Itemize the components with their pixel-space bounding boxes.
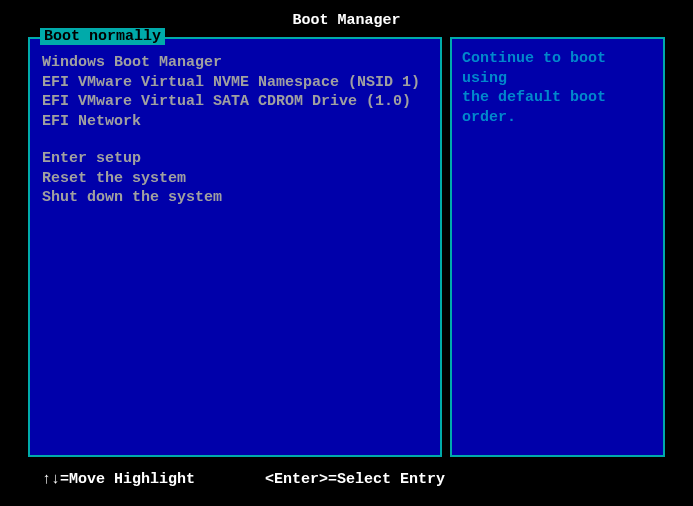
help-text: Continue to boot using the default boot … [462, 49, 653, 127]
boot-item-network[interactable]: EFI Network [42, 112, 428, 132]
action-shutdown-system[interactable]: Shut down the system [42, 188, 428, 208]
main-container: Boot normally Windows Boot Manager EFI V… [0, 37, 693, 457]
hint-select-entry: <Enter>=Select Entry [265, 471, 445, 488]
action-enter-setup[interactable]: Enter setup [42, 149, 428, 169]
panel-title-selected[interactable]: Boot normally [40, 28, 165, 45]
boot-devices-section: Windows Boot Manager EFI VMware Virtual … [42, 53, 428, 131]
help-line: the default boot order. [462, 88, 653, 127]
page-title: Boot Manager [292, 12, 400, 29]
footer-hints: ↑↓=Move Highlight <Enter>=Select Entry [0, 457, 693, 488]
boot-item-nvme[interactable]: EFI VMware Virtual NVME Namespace (NSID … [42, 73, 428, 93]
hint-move-highlight: ↑↓=Move Highlight [42, 471, 195, 488]
system-actions-section: Enter setup Reset the system Shut down t… [42, 149, 428, 208]
boot-menu-panel: Boot normally Windows Boot Manager EFI V… [28, 37, 442, 457]
help-panel: Continue to boot using the default boot … [450, 37, 665, 457]
action-reset-system[interactable]: Reset the system [42, 169, 428, 189]
boot-item-windows[interactable]: Windows Boot Manager [42, 53, 428, 73]
boot-item-cdrom[interactable]: EFI VMware Virtual SATA CDROM Drive (1.0… [42, 92, 428, 112]
help-line: Continue to boot using [462, 49, 653, 88]
